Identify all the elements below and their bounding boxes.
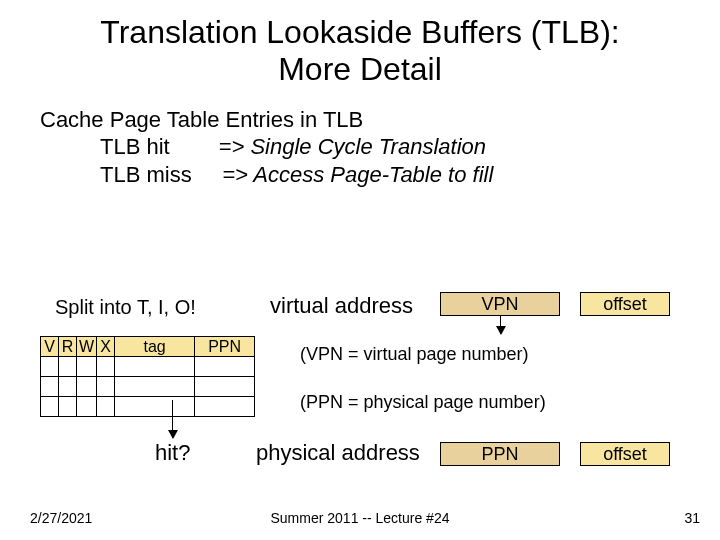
table-row xyxy=(41,357,255,377)
table-row xyxy=(41,377,255,397)
col-w: W xyxy=(77,337,97,357)
physical-address-label: physical address xyxy=(256,440,420,466)
footer-page: 31 xyxy=(684,510,700,526)
miss-val: => Access Page-Table to fill xyxy=(222,162,493,187)
vpn-cell: VPN xyxy=(440,292,560,316)
hit-key: TLB hit xyxy=(100,134,170,159)
title-line1: Translation Lookaside Buffers (TLB): xyxy=(100,14,619,50)
footer-center: Summer 2011 -- Lecture #24 xyxy=(0,510,720,526)
arrow-down-icon xyxy=(500,316,501,334)
col-r: R xyxy=(59,337,77,357)
arrow-down-icon xyxy=(172,400,173,438)
col-ppn: PPN xyxy=(195,337,255,357)
col-v: V xyxy=(41,337,59,357)
va-offset-cell: offset xyxy=(580,292,670,316)
vpn-note: (VPN = virtual page number) xyxy=(300,344,529,365)
ppn-cell: PPN xyxy=(440,442,560,466)
title-line2: More Detail xyxy=(278,51,442,87)
hit-val: => Single Cycle Translation xyxy=(219,134,486,159)
ppn-note: (PPN = physical page number) xyxy=(300,392,546,413)
hit-label: hit? xyxy=(155,440,190,466)
cache-line: Cache Page Table Entries in TLB xyxy=(40,106,720,134)
table-row xyxy=(41,397,255,417)
col-x: X xyxy=(97,337,115,357)
tlb-table: V R W X tag PPN xyxy=(40,336,255,417)
split-label: Split into T, I, O! xyxy=(55,296,196,319)
virtual-address-label: virtual address xyxy=(270,293,413,319)
miss-key: TLB miss xyxy=(100,162,192,187)
col-tag: tag xyxy=(115,337,195,357)
pa-offset-cell: offset xyxy=(580,442,670,466)
